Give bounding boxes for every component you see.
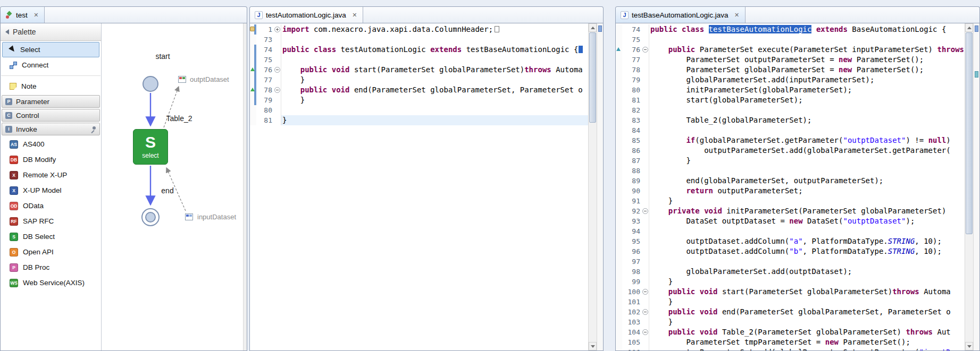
code-text[interactable]: }	[281, 75, 588, 85]
code-text[interactable]: return outputParameterSet;	[649, 186, 965, 196]
tab-testautomationlogic-java[interactable]: testAutomationLogic.java	[250, 7, 363, 23]
collapse-fold-icon[interactable]	[274, 87, 280, 93]
outpt-dataset-icon[interactable]	[178, 76, 186, 83]
collapse-fold-icon[interactable]	[642, 309, 648, 315]
collapse-fold-icon[interactable]	[642, 289, 648, 295]
palette-item-db-modify[interactable]: DBDB Modify	[2, 152, 99, 167]
code-text[interactable]: ParameterSet globalParameterSet = new Pa…	[649, 65, 965, 75]
end-node[interactable]	[141, 208, 160, 226]
palette-item-db-select[interactable]: SDB Select	[2, 229, 99, 244]
line-number[interactable]: 1	[256, 24, 274, 35]
code-text[interactable]: }	[649, 317, 965, 327]
scroll-down-button[interactable]	[589, 342, 597, 350]
line-number[interactable]: 91	[622, 196, 642, 206]
line-number[interactable]: 105	[622, 337, 642, 347]
palette-item-select[interactable]: Select	[2, 42, 99, 57]
code-text[interactable]: public class testAutomationLogic extends…	[281, 45, 588, 55]
palette-drawer-control[interactable]: CControl	[2, 109, 100, 122]
code-text[interactable]	[649, 35, 965, 45]
line-number[interactable]: 103	[622, 317, 642, 327]
line-number[interactable]: 73	[256, 35, 274, 45]
line-number[interactable]: 89	[622, 176, 642, 186]
line-number[interactable]: 76	[622, 45, 642, 55]
line-number[interactable]: 88	[622, 166, 642, 176]
code-text[interactable]	[281, 35, 588, 45]
overview-ruler[interactable]	[597, 23, 603, 350]
line-number[interactable]: 78	[622, 65, 642, 75]
palette-drawer-invoke[interactable]: IInvoke	[2, 123, 100, 135]
code-text[interactable]: public class testBaseAutomationLogic ext…	[649, 24, 965, 35]
palette-item-x-up-model[interactable]: XX-UP Model	[2, 183, 99, 198]
line-number[interactable]: 78	[256, 85, 274, 95]
code-text[interactable]	[281, 105, 588, 115]
scroll-down-button[interactable]	[965, 342, 973, 350]
flow-canvas[interactable]: start outptDataset Table_2 S select end …	[102, 23, 243, 350]
line-number[interactable]: 93	[622, 216, 642, 226]
palette-item-remote-x-up[interactable]: XRemote X-UP	[2, 167, 99, 183]
code-editor[interactable]: 74public class testBaseAutomationLogic e…	[616, 23, 965, 350]
collapse-fold-icon[interactable]	[642, 47, 648, 53]
code-text[interactable]: public ParameterSet execute(ParameterSet…	[649, 45, 965, 55]
line-number[interactable]: 95	[622, 236, 642, 246]
line-number[interactable]: 96	[622, 246, 642, 256]
code-text[interactable]: public void start(ParameterSet globalPar…	[281, 65, 588, 75]
scroll-up-button[interactable]	[589, 23, 597, 32]
code-text[interactable]: end(globalParameterSet, outputParameterS…	[649, 176, 965, 186]
tab-testautomationlogic-close-icon[interactable]	[351, 12, 358, 18]
line-number[interactable]: 94	[622, 226, 642, 236]
db-select-node[interactable]: S select	[133, 129, 168, 165]
line-number[interactable]: 77	[622, 55, 642, 65]
code-text[interactable]: }	[649, 196, 965, 206]
code-text[interactable]: if(globalParameterSet.getParameter("outp…	[649, 135, 965, 145]
palette-item-odata[interactable]: ODOData	[2, 198, 99, 213]
line-number[interactable]: 104	[622, 327, 642, 337]
palette-item-sap-rfc[interactable]: RFSAP RFC	[2, 213, 99, 229]
tab-test[interactable]: test	[1, 7, 45, 23]
palette-header[interactable]: Palette	[1, 23, 101, 41]
code-text[interactable]: ParameterSet outputParameterSet = new Pa…	[649, 55, 965, 65]
line-number[interactable]: 80	[256, 105, 274, 115]
code-text[interactable]: public void start(ParameterSet globalPar…	[649, 287, 965, 297]
code-text[interactable]: public void end(ParameterSet globalParam…	[649, 307, 965, 317]
collapse-fold-icon[interactable]	[274, 67, 280, 73]
line-number[interactable]: 81	[622, 95, 642, 105]
code-text[interactable]: outptDataset.addColumn("a", PlatformData…	[649, 236, 965, 246]
palette-item-as400[interactable]: ASAS400	[2, 136, 99, 152]
palette-item-open-api[interactable]: OOpen API	[2, 244, 99, 260]
line-number[interactable]: 83	[622, 115, 642, 125]
collapsed-region-icon[interactable]	[495, 26, 499, 32]
canvas-scrollbar-track[interactable]	[243, 23, 247, 350]
palette-item-note[interactable]: Note	[2, 79, 99, 94]
code-text[interactable]	[281, 55, 588, 65]
vertical-scrollbar[interactable]	[965, 23, 973, 350]
code-text[interactable]	[649, 125, 965, 135]
tab-testbaseautomationlogic-java[interactable]: testBaseAutomationLogic.java	[616, 7, 746, 23]
code-text[interactable]: import com.nexacro.java.xapi.data.Column…	[281, 24, 588, 35]
vertical-scrollbar[interactable]	[588, 23, 597, 350]
code-text[interactable]: }	[649, 156, 965, 166]
line-number[interactable]: 74	[256, 45, 274, 55]
code-editor[interactable]: 1import com.nexacro.java.xapi.data.Colum…	[250, 23, 588, 350]
scroll-up-button[interactable]	[965, 23, 973, 32]
line-number[interactable]: 79	[622, 75, 642, 85]
line-number[interactable]: 106	[622, 347, 642, 350]
line-number[interactable]: 75	[622, 35, 642, 45]
line-number[interactable]: 100	[622, 287, 642, 297]
code-text[interactable]: outputParameterSet.add(globalParameterSe…	[649, 145, 965, 156]
code-text[interactable]: globalParameterSet.add(outptDataset);	[649, 267, 965, 277]
palette-drawer-parameter[interactable]: PParameter	[2, 95, 100, 108]
code-text[interactable]: DataSet outptDataset = new DataSet("outp…	[649, 216, 965, 226]
line-number[interactable]: 98	[622, 267, 642, 277]
tab-test-close-icon[interactable]	[33, 12, 39, 18]
code-text[interactable]: private void initParameterSet(ParameterS…	[649, 206, 965, 216]
line-number[interactable]: 77	[256, 75, 274, 85]
code-text[interactable]: }	[649, 277, 965, 287]
code-text[interactable]: public void end(ParameterSet globalParam…	[281, 85, 588, 95]
scrollbar-thumb[interactable]	[966, 32, 973, 234]
code-text[interactable]: }	[281, 115, 588, 125]
code-text[interactable]: Table_2(globalParameterSet);	[649, 115, 965, 125]
line-number[interactable]: 99	[622, 277, 642, 287]
scrollbar-thumb[interactable]	[589, 32, 596, 123]
collapse-palette-icon[interactable]	[5, 29, 9, 35]
code-text[interactable]	[649, 105, 965, 115]
